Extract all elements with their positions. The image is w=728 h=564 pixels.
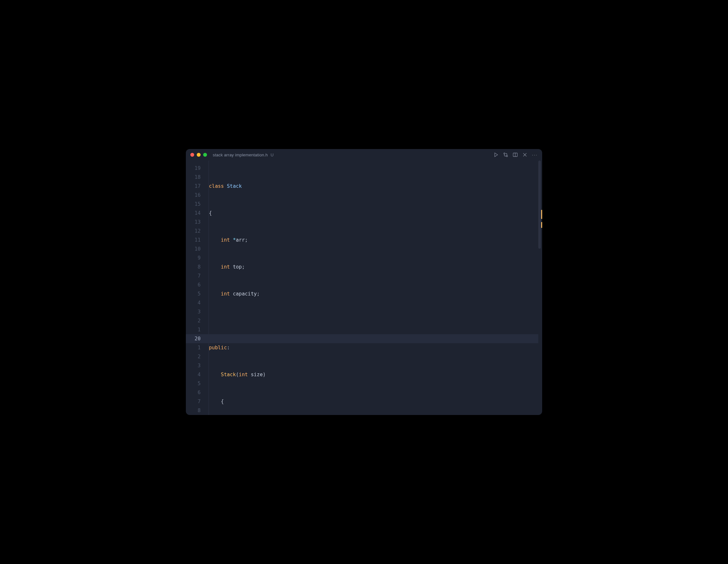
code-area[interactable]: class Stack { int *arr; int top; int cap… — [204, 161, 542, 415]
code-line: class Stack — [209, 182, 542, 191]
line-number: 11 — [186, 236, 201, 245]
code-line: int *arr; — [209, 236, 542, 245]
tab-title[interactable]: stack array implementation.h U — [213, 153, 274, 157]
zoom-window-button[interactable] — [203, 153, 207, 157]
svg-point-1 — [506, 155, 508, 157]
line-number: 4 — [186, 370, 201, 379]
dirty-indicator: U — [271, 153, 274, 157]
line-number: 5 — [186, 379, 201, 388]
line-number: 8 — [186, 406, 201, 415]
overview-change-marker — [541, 210, 542, 219]
line-number: 2 — [186, 352, 201, 361]
line-number: 3 — [186, 361, 201, 370]
line-number: 9 — [186, 253, 201, 262]
split-editor-icon[interactable] — [513, 152, 518, 157]
close-tab-icon[interactable] — [522, 152, 527, 157]
run-icon[interactable] — [493, 152, 499, 157]
file-name: stack array implementation.h — [213, 153, 268, 157]
vertical-scrollbar[interactable] — [538, 161, 541, 249]
line-number: 4 — [186, 298, 201, 307]
line-number: 17 — [186, 182, 201, 191]
more-actions-icon[interactable]: ··· — [532, 152, 538, 157]
close-window-button[interactable] — [190, 153, 194, 157]
line-number: 6 — [186, 280, 201, 289]
svg-point-0 — [504, 153, 505, 154]
tab-actions: ··· — [493, 149, 538, 161]
line-number-gutter: 19 18 17 16 15 14 13 12 11 10 9 8 7 6 5 … — [186, 161, 204, 415]
line-number: 18 — [186, 173, 201, 182]
code-line: int capacity; — [209, 289, 542, 298]
line-number: 6 — [186, 388, 201, 397]
line-number: 3 — [186, 307, 201, 316]
line-number: 1 — [186, 343, 201, 352]
code-line: { — [209, 209, 542, 218]
line-number: 7 — [186, 397, 201, 406]
overview-change-marker — [541, 222, 542, 228]
line-number: 16 — [186, 191, 201, 200]
line-number: 14 — [186, 209, 201, 218]
code-line: int top; — [209, 262, 542, 271]
code-line: { — [209, 397, 542, 406]
line-number: 15 — [186, 200, 201, 209]
compare-changes-icon[interactable] — [503, 152, 508, 157]
line-number: 12 — [186, 227, 201, 236]
titlebar: stack array implementation.h U ··· — [186, 149, 542, 161]
minimize-window-button[interactable] — [197, 153, 201, 157]
line-number: 19 — [186, 164, 201, 173]
line-number: 13 — [186, 218, 201, 227]
line-number: 1 — [186, 325, 201, 334]
code-line — [209, 316, 542, 325]
line-number: 10 — [186, 245, 201, 253]
line-number: 8 — [186, 262, 201, 271]
line-number: 2 — [186, 316, 201, 325]
line-number: 20 — [186, 334, 201, 343]
line-number: 7 — [186, 271, 201, 280]
code-editor[interactable]: 19 18 17 16 15 14 13 12 11 10 9 8 7 6 5 … — [186, 161, 542, 415]
code-line: Stack(int size) — [209, 370, 542, 379]
window-controls — [190, 153, 207, 157]
code-line: public: — [209, 343, 542, 352]
line-number: 5 — [186, 289, 201, 298]
editor-window: stack array implementation.h U ··· — [186, 149, 542, 415]
